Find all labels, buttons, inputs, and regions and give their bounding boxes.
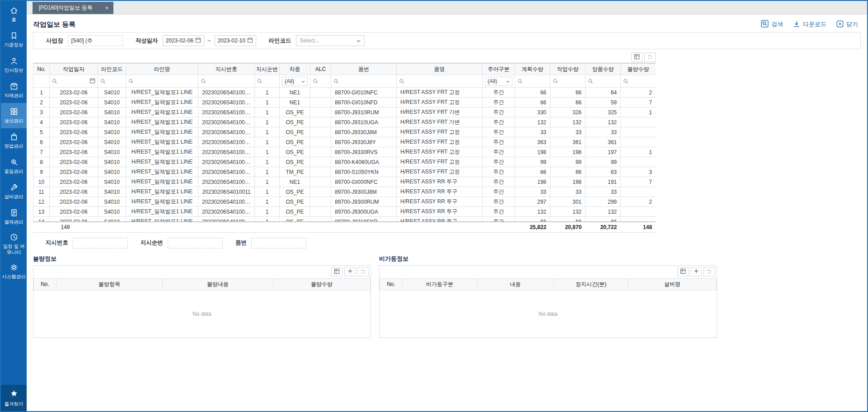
sidebar-item-user[interactable]: 인사정보: [1, 52, 27, 78]
filter-cell[interactable]: [586, 75, 621, 88]
cell: 299: [586, 197, 621, 207]
table-row[interactable]: 102023-02-06S4010H/REST_일체발포1 LINE202302…: [33, 177, 656, 187]
column-header[interactable]: 불량항목: [56, 278, 163, 290]
column-header[interactable]: 불량내용: [163, 278, 273, 290]
sidebar-item-label: 설비관리: [5, 194, 23, 200]
cell: 132: [550, 207, 586, 217]
table-row[interactable]: 82023-02-06S4010H/REST_일체발포1 LINE2023020…: [33, 157, 656, 167]
export-button[interactable]: [677, 267, 689, 276]
table-row[interactable]: 22023-02-06S4010H/REST_일체발포1 LINE2023020…: [33, 98, 656, 108]
column-header[interactable]: 불량수량: [621, 64, 656, 75]
calendar-icon[interactable]: [247, 37, 253, 44]
column-header[interactable]: 정지시간(분): [554, 278, 629, 290]
filter-cell[interactable]: [310, 75, 331, 88]
table-row[interactable]: 62023-02-06S4010H/REST_일체발포1 LINE2023020…: [33, 137, 656, 147]
sidebar-item-clock[interactable]: 일정 및 커뮤니티: [1, 229, 27, 258]
column-header[interactable]: 비가동구분: [403, 278, 477, 290]
sidebar-item-bookmark[interactable]: 기준정보: [1, 27, 27, 52]
column-header[interactable]: 작업일자: [50, 64, 98, 75]
sidebar-item-gear[interactable]: 시스템관리: [1, 258, 27, 284]
filter-cell[interactable]: [550, 75, 586, 88]
filter-cell[interactable]: [198, 75, 255, 88]
table-row[interactable]: 142023-02-06S4010H/REST_일체발포1 LINE202302…: [33, 217, 656, 222]
table-row[interactable]: 112023-02-06S4010H/REST_일체발포1 LINE202302…: [33, 187, 656, 197]
filter-cell[interactable]: [50, 75, 98, 88]
undo-button[interactable]: [357, 267, 369, 276]
undo-button[interactable]: [644, 52, 656, 62]
sidebar-item-home[interactable]: 홈: [1, 2, 27, 27]
table-row[interactable]: 72023-02-06S4010H/REST_일체발포1 LINE2023020…: [33, 147, 656, 157]
column-header[interactable]: 지시순번: [255, 64, 280, 75]
cell: 1: [255, 98, 280, 108]
sidebar-item-bag[interactable]: 영업관리: [1, 128, 27, 154]
sidebar-item-quality[interactable]: 품질관리: [1, 154, 27, 179]
line-code-select[interactable]: Select...: [296, 35, 365, 46]
cell: S4010: [98, 207, 126, 217]
column-header[interactable]: 주야구분: [483, 64, 515, 75]
filter-dropdown-cell[interactable]: (All): [483, 75, 515, 88]
cell: 89700-J9310SKR: [331, 217, 397, 222]
column-header[interactable]: 품번: [331, 64, 397, 75]
add-row-button[interactable]: [344, 267, 356, 276]
column-header[interactable]: ALC: [310, 64, 331, 75]
close-button[interactable]: 닫기: [836, 20, 858, 29]
table-row[interactable]: 32023-02-06S4010H/REST_일체발포1 LINE2023020…: [33, 108, 656, 117]
undo-button[interactable]: [704, 267, 715, 276]
cell: 89700-J9300J8M: [331, 187, 397, 197]
date-from-input[interactable]: 2023-02-06: [163, 35, 204, 46]
site-input[interactable]: [68, 35, 123, 46]
filter-cell[interactable]: [331, 75, 397, 88]
filter-cell[interactable]: [621, 75, 656, 88]
add-row-button[interactable]: [690, 267, 702, 276]
order-no-input[interactable]: [73, 238, 128, 248]
filter-dropdown-cell[interactable]: (All): [280, 75, 310, 88]
filter-cell[interactable]: [255, 75, 280, 88]
table-row[interactable]: 12023-02-06S4010H/REST_일체발포1 LINE2023020…: [33, 88, 656, 98]
sidebar-item-box[interactable]: 자재관리: [1, 78, 27, 103]
column-header[interactable]: 지시번호: [198, 64, 255, 75]
column-header[interactable]: No.: [33, 64, 50, 75]
cell: 2: [621, 197, 656, 207]
table-row[interactable]: 52023-02-06S4010H/REST_일체발포1 LINE2023020…: [33, 127, 656, 137]
date-to-input[interactable]: 2023-02-10: [215, 35, 256, 46]
column-header[interactable]: 설비명: [629, 278, 717, 290]
table-row[interactable]: 42023-02-06S4010H/REST_일체발포1 LINE2023020…: [33, 117, 656, 127]
sidebar-item-grid[interactable]: 생산관리: [1, 103, 27, 128]
column-header[interactable]: No.: [34, 278, 56, 290]
main-area: [PD160]작업일보 등록 × 작업일보 등록 검색 다운로드: [27, 1, 867, 411]
column-header[interactable]: No.: [380, 278, 403, 290]
export-button[interactable]: [631, 52, 643, 62]
table-row[interactable]: 122023-02-06S4010H/REST_일체발포1 LINE202302…: [33, 197, 656, 207]
search-button[interactable]: 검색: [761, 20, 783, 29]
filter-cell[interactable]: [126, 75, 198, 88]
column-header[interactable]: 양품수량: [586, 64, 621, 75]
part-no-input[interactable]: [251, 238, 306, 248]
column-header[interactable]: 작업수량: [550, 64, 586, 75]
cell: [310, 217, 331, 222]
cell: H/REST ASSY FRT 고정: [397, 127, 483, 137]
column-header[interactable]: 내용: [477, 278, 554, 290]
filter-cell[interactable]: [515, 75, 550, 88]
calendar-icon[interactable]: [195, 37, 201, 44]
column-header[interactable]: 차종: [280, 64, 310, 75]
column-header[interactable]: 라인코드: [98, 64, 126, 75]
tab-close-icon[interactable]: ×: [105, 5, 109, 11]
sidebar-item-wrench[interactable]: 설비관리: [1, 179, 27, 204]
column-header[interactable]: 불량수량: [273, 278, 371, 290]
sidebar-item-document[interactable]: 결재관리: [1, 204, 27, 229]
column-header[interactable]: 라인명: [126, 64, 198, 75]
filter-cell[interactable]: [98, 75, 126, 88]
table-row[interactable]: 132023-02-06S4010H/REST_일체발포1 LINE202302…: [33, 207, 656, 217]
filter-cell[interactable]: [397, 75, 483, 88]
column-header[interactable]: 품명: [397, 64, 483, 75]
search-icon: [399, 79, 404, 84]
tab-worklog[interactable]: [PD160]작업일보 등록 ×: [33, 2, 113, 14]
order-seq-input[interactable]: [168, 238, 223, 248]
download-button[interactable]: 다운로드: [793, 20, 826, 29]
sidebar-item-favorites[interactable]: 즐겨찾기: [1, 385, 27, 411]
calendar-icon[interactable]: [89, 78, 95, 85]
column-header[interactable]: 계획수량: [515, 64, 550, 75]
export-button[interactable]: [331, 267, 343, 276]
cell: 66: [550, 98, 586, 108]
table-row[interactable]: 92023-02-06S4010H/REST_일체발포1 LINE2023020…: [33, 167, 656, 177]
